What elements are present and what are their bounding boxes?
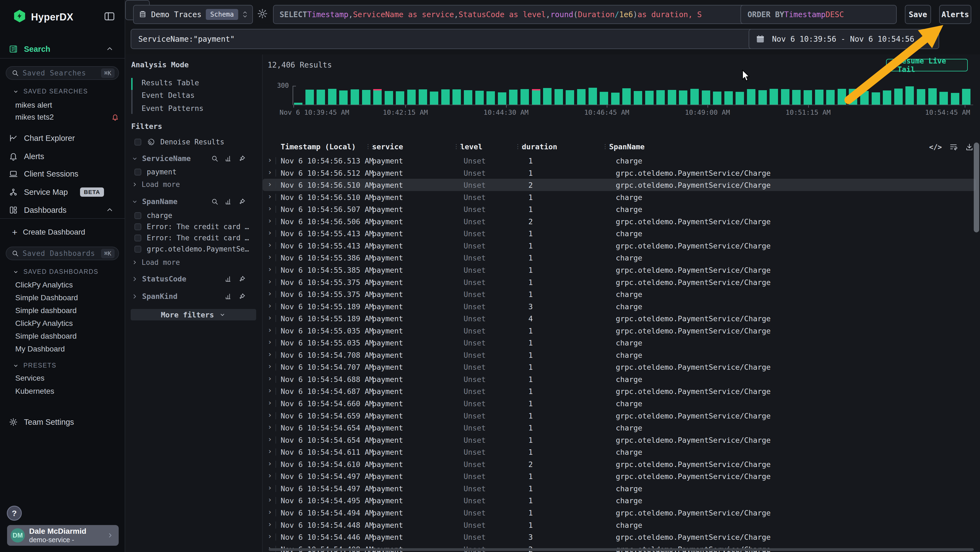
sidebar-item-dashboard[interactable]: Simple dashboard (15, 306, 77, 315)
sidebar-item-dashboard[interactable]: ClickPy Analytics (15, 319, 73, 328)
pin-icon[interactable] (239, 276, 245, 282)
row-expand-icon[interactable]: › (267, 338, 272, 346)
saved-search-item[interactable]: mikes alert (15, 101, 119, 110)
histogram-bar[interactable] (645, 91, 654, 105)
row-expand-icon[interactable]: › (267, 532, 272, 540)
histogram-bar[interactable] (826, 90, 835, 105)
table-row[interactable]: ›Nov 6 10:54:54.448 AMpaymentUnset1charg… (263, 519, 976, 531)
row-expand-icon[interactable]: › (267, 435, 272, 443)
save-button[interactable]: Save (905, 5, 931, 24)
sidebar-item-client-sessions[interactable]: Client Sessions (0, 166, 125, 182)
row-expand-icon[interactable]: › (267, 313, 272, 322)
histogram-bar[interactable] (294, 103, 302, 105)
user-menu[interactable]: DM Dale McDiarmid demo-service - (7, 525, 119, 546)
histogram-bar[interactable] (464, 90, 472, 105)
table-row[interactable]: ›Nov 6 10:54:54.495 AMpaymentUnset1charg… (263, 494, 976, 506)
histogram-bar[interactable] (328, 89, 336, 105)
table-row[interactable]: ›Nov 6 10:54:55.375 AMpaymentUnset1grpc.… (263, 276, 976, 288)
table-row[interactable]: ›Nov 6 10:54:56.513 AMpaymentUnset1charg… (263, 155, 976, 167)
col-spanname[interactable]: SpanName (609, 142, 644, 151)
sidebar-item-dashboard[interactable]: ClickPy Analytics (15, 281, 73, 289)
table-row[interactable]: ›Nov 6 10:54:56.507 AMpaymentUnset1charg… (263, 203, 976, 215)
histogram-bar[interactable] (509, 89, 517, 105)
histogram-bar[interactable] (622, 88, 631, 105)
row-expand-icon[interactable]: › (267, 411, 272, 419)
row-expand-icon[interactable]: › (267, 447, 272, 455)
row-expand-icon[interactable]: › (267, 386, 272, 394)
histogram-bar[interactable] (430, 91, 438, 105)
filter-section-statuscode[interactable]: StatusCode (131, 274, 256, 283)
table-row[interactable]: ›Nov 6 10:54:54.610 AMpaymentUnset2grpc.… (263, 458, 976, 470)
wrap-text-icon[interactable] (950, 143, 958, 151)
table-row[interactable]: ›Nov 6 10:54:54.707 AMpaymentUnset1grpc.… (263, 361, 976, 373)
download-icon[interactable] (965, 143, 974, 151)
row-expand-icon[interactable]: › (267, 289, 272, 298)
histogram-bar[interactable] (849, 89, 857, 105)
bar-chart-icon[interactable] (225, 155, 232, 162)
view-code-icon[interactable]: </> (929, 143, 942, 151)
table-row[interactable]: ›Nov 6 10:54:56.510 AMpaymentUnset1charg… (263, 191, 976, 203)
table-row[interactable]: ›Nov 6 10:54:55.375 AMpaymentUnset1charg… (263, 288, 976, 300)
row-expand-icon[interactable]: › (267, 350, 272, 358)
filter-option[interactable]: payment (134, 168, 251, 176)
row-expand-icon[interactable]: › (267, 216, 272, 225)
row-expand-icon[interactable]: › (267, 180, 272, 188)
row-expand-icon[interactable]: › (267, 495, 272, 504)
row-expand-icon[interactable]: › (267, 483, 272, 492)
histogram-bar[interactable] (555, 89, 563, 105)
chevron-up-icon[interactable] (106, 45, 114, 53)
histogram-bar[interactable] (634, 91, 642, 105)
filter-section-servicename[interactable]: ServiceName (131, 154, 256, 163)
table-row[interactable]: ›Nov 6 10:54:54.659 AMpaymentUnset1grpc.… (263, 410, 976, 422)
sidebar-item-preset[interactable]: Kubernetes (15, 387, 54, 396)
histogram-bar[interactable] (600, 92, 608, 105)
row-expand-icon[interactable]: › (267, 241, 272, 249)
checkbox[interactable] (134, 223, 141, 230)
row-expand-icon[interactable]: › (267, 374, 272, 383)
histogram-bar[interactable] (396, 91, 404, 105)
histogram-bar[interactable] (543, 88, 552, 105)
histogram-bar[interactable] (905, 86, 914, 105)
table-row[interactable]: ›Nov 6 10:54:54.497 AMpaymentUnset1grpc.… (263, 470, 976, 482)
histogram-bar[interactable] (589, 88, 597, 105)
histogram-bar[interactable] (317, 89, 325, 105)
histogram-bar[interactable] (475, 91, 484, 105)
row-expand-icon[interactable]: › (267, 168, 272, 176)
row-expand-icon[interactable]: › (267, 459, 272, 467)
table-row[interactable]: ›Nov 6 10:54:54.654 AMpaymentUnset1grpc.… (263, 434, 976, 446)
horizontal-scrollbar[interactable] (269, 548, 974, 551)
histogram-bar[interactable] (305, 89, 314, 105)
histogram-bar[interactable] (962, 89, 970, 105)
sidebar-item-dashboard[interactable]: Simple dashboard (15, 332, 77, 341)
row-expand-icon[interactable]: › (267, 204, 272, 212)
pin-icon[interactable] (239, 198, 245, 205)
histogram-bar[interactable] (611, 93, 620, 105)
sidebar-collapse-icon[interactable] (104, 11, 115, 21)
filter-option[interactable]: Error: The credit card … (134, 223, 251, 231)
histogram-bar[interactable] (679, 91, 687, 105)
pin-icon[interactable] (239, 155, 245, 162)
hyperdx-logo-icon[interactable] (14, 10, 25, 22)
histogram-bar[interactable] (792, 90, 800, 105)
sidebar-item-chart-explorer[interactable]: Chart Explorer (0, 131, 125, 146)
mode-event-deltas[interactable]: Event Deltas (142, 91, 195, 99)
histogram-bar[interactable] (872, 93, 880, 105)
histogram-bar[interactable] (917, 89, 925, 105)
histogram-bar[interactable] (860, 91, 869, 105)
table-row[interactable]: ›Nov 6 10:54:55.413 AMpaymentUnset1charg… (263, 227, 976, 239)
table-row[interactable]: ›Nov 6 10:54:55.189 AMpaymentUnset3charg… (263, 300, 976, 313)
create-dashboard-button[interactable]: + Create Dashboard (0, 225, 125, 240)
table-row[interactable]: ›Nov 6 10:54:55.035 AMpaymentUnset1grpc.… (263, 324, 976, 337)
histogram-bar[interactable] (656, 90, 665, 105)
table-row[interactable]: ›Nov 6 10:54:54.654 AMpaymentUnset1charg… (263, 421, 976, 434)
filter-option[interactable]: Error: The credit card … (134, 234, 251, 242)
checkbox[interactable] (134, 246, 141, 252)
histogram-bar[interactable] (724, 91, 733, 105)
histogram-bar[interactable] (803, 90, 812, 105)
histogram-bar[interactable] (532, 89, 540, 105)
col-service[interactable]: service (372, 142, 403, 151)
col-timestamp[interactable]: Timestamp (Local) (281, 142, 356, 151)
help-button[interactable]: ? (7, 506, 22, 521)
histogram-bar[interactable] (566, 90, 574, 105)
histogram-bar[interactable] (577, 89, 585, 105)
